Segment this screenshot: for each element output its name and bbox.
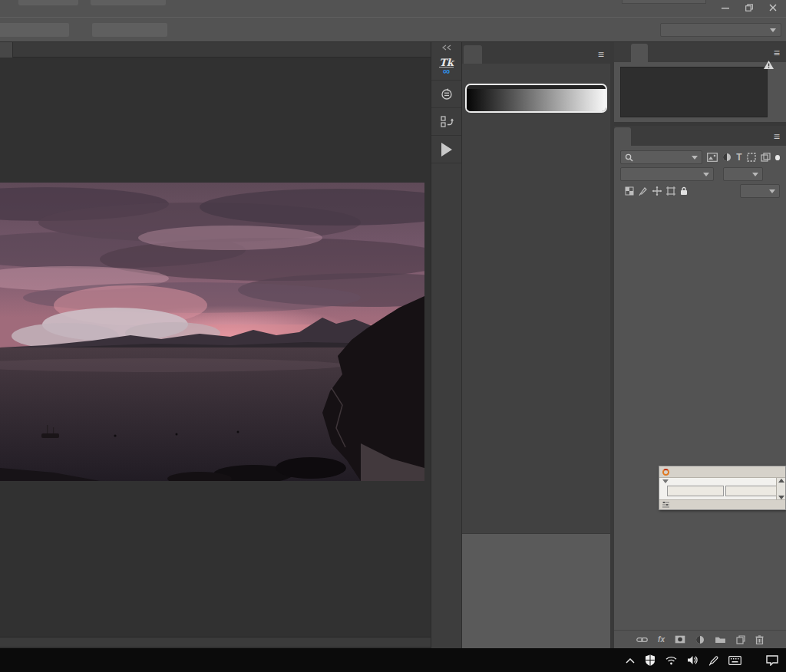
wifi-icon[interactable] (665, 656, 677, 665)
filter-adjustment-icon[interactable] (722, 153, 732, 162)
chevron-down-icon (752, 173, 758, 176)
spectrum-frame (465, 84, 607, 113)
restore-button[interactable] (737, 0, 761, 15)
document-tab-close[interactable] (0, 42, 13, 58)
panel-menu-icon[interactable]: ≡ (598, 48, 610, 64)
play-triangle (441, 143, 452, 156)
layers-panel-menu-icon[interactable]: ≡ (774, 130, 786, 146)
fill-screen-button[interactable] (92, 23, 167, 37)
partial-fit-screen-button[interactable] (18, 0, 78, 5)
app-titlebar (0, 0, 786, 17)
filter-toggle-icon[interactable] (775, 155, 780, 160)
tk-panel-body (462, 64, 610, 555)
defender-shield-icon[interactable] (645, 654, 656, 666)
chevron-down-icon (692, 156, 698, 160)
new-group-icon[interactable] (715, 635, 726, 644)
system-tray (626, 654, 786, 666)
layers-channels-tabs: ≡ (614, 126, 786, 146)
window-controls (713, 0, 784, 15)
selective-tool-window[interactable] (659, 466, 786, 510)
tray-chevron-up-icon[interactable] (626, 657, 635, 664)
play-icon[interactable] (431, 136, 461, 163)
action-center-icon[interactable] (766, 655, 778, 666)
options-bar (0, 17, 786, 42)
filter-smart-object-icon[interactable] (761, 153, 771, 162)
tk-batch-icon[interactable] (431, 108, 461, 136)
panel-dock: Tk ∞ (431, 42, 462, 648)
layer-filter-dropdown[interactable] (620, 150, 702, 164)
tk-actions-icon[interactable] (431, 81, 461, 108)
close-button[interactable] (761, 0, 784, 15)
screen: Tk ∞ ≡ (0, 0, 786, 672)
nik-logo-icon (662, 469, 669, 476)
settings-grid-icon (662, 502, 669, 508)
right-panel-column: ≡ ≡ (614, 42, 786, 648)
document-area (0, 42, 431, 648)
layers-empty-area (614, 202, 786, 630)
dfine-button[interactable] (667, 486, 724, 496)
link-layers-icon[interactable] (636, 636, 648, 644)
info-histogram-tabs: ≡ (614, 42, 786, 62)
tab-capas[interactable] (614, 127, 631, 146)
pen-icon[interactable] (708, 655, 718, 666)
photo[interactable] (0, 183, 424, 481)
lock-position-icon[interactable] (652, 186, 662, 196)
main-area: Tk ∞ ≡ (0, 42, 786, 648)
keyboard-icon[interactable] (728, 656, 741, 665)
tab-canales[interactable] (631, 127, 648, 146)
workspace-dropdown[interactable] (660, 23, 781, 37)
tk-panel-header: ≡ (462, 42, 610, 64)
partial-fill-screen-button[interactable] (91, 0, 166, 5)
skin-button[interactable] (725, 486, 782, 496)
selective-scrollbar[interactable] (776, 478, 785, 500)
chevron-down-icon (769, 189, 775, 193)
canvas-status-strip (0, 637, 431, 647)
histogram-panel-menu-icon[interactable]: ≡ (774, 47, 786, 62)
tk-actions-panel: ≡ (462, 42, 610, 648)
lock-transparency-icon[interactable] (625, 186, 634, 196)
minimize-button[interactable] (713, 0, 737, 15)
blend-mode-dropdown[interactable] (620, 167, 714, 181)
chevron-down-icon (703, 173, 709, 176)
filter-pixel-icon[interactable] (707, 153, 718, 162)
expand-dock-icon[interactable] (431, 42, 461, 53)
tab-informacion[interactable] (614, 44, 631, 62)
add-mask-icon[interactable] (675, 635, 685, 644)
tk-tabs (465, 71, 607, 84)
partial-workspace-dropdown[interactable] (622, 0, 706, 4)
scroll-up-icon[interactable] (778, 479, 784, 483)
dfine-button-row (659, 483, 785, 496)
fit-screen-button[interactable] (0, 23, 69, 37)
volume-icon[interactable] (687, 655, 698, 665)
delete-layer-icon[interactable] (755, 635, 764, 644)
opacity-value[interactable] (723, 167, 763, 181)
filter-text-icon[interactable]: T (736, 152, 741, 163)
fill-value[interactable] (740, 184, 780, 198)
histogram-plot (620, 67, 768, 117)
lock-all-icon[interactable] (680, 186, 688, 196)
zone-area (467, 89, 606, 111)
lock-artboard-icon[interactable] (666, 186, 675, 196)
tab-histograma[interactable] (631, 44, 648, 62)
taskbar (0, 648, 786, 672)
new-layer-icon[interactable] (736, 635, 745, 644)
tk-panel-icon[interactable]: Tk ∞ (431, 53, 461, 81)
filter-shape-icon[interactable] (747, 153, 756, 162)
histogram-panel (614, 62, 786, 122)
dfine-section-header[interactable] (659, 478, 785, 483)
layer-style-icon[interactable]: fx (658, 635, 665, 644)
scroll-down-icon[interactable] (778, 496, 784, 499)
tk-panel-empty (462, 533, 610, 648)
section-collapse-icon (662, 479, 669, 483)
selective-tool-titlebar[interactable] (659, 466, 785, 478)
selective-tool-footer (659, 500, 785, 509)
chevron-down-icon (770, 28, 776, 32)
selective-tool-body (659, 478, 785, 500)
layers-controls: T (614, 146, 786, 199)
new-adjustment-icon[interactable] (695, 635, 705, 644)
lock-pixels-icon[interactable] (639, 186, 648, 196)
canvas[interactable] (0, 58, 431, 648)
document-tabstrip (0, 42, 431, 58)
tk-panel-tab[interactable] (464, 45, 482, 64)
tk-infinity-icon: ∞ (443, 68, 450, 75)
